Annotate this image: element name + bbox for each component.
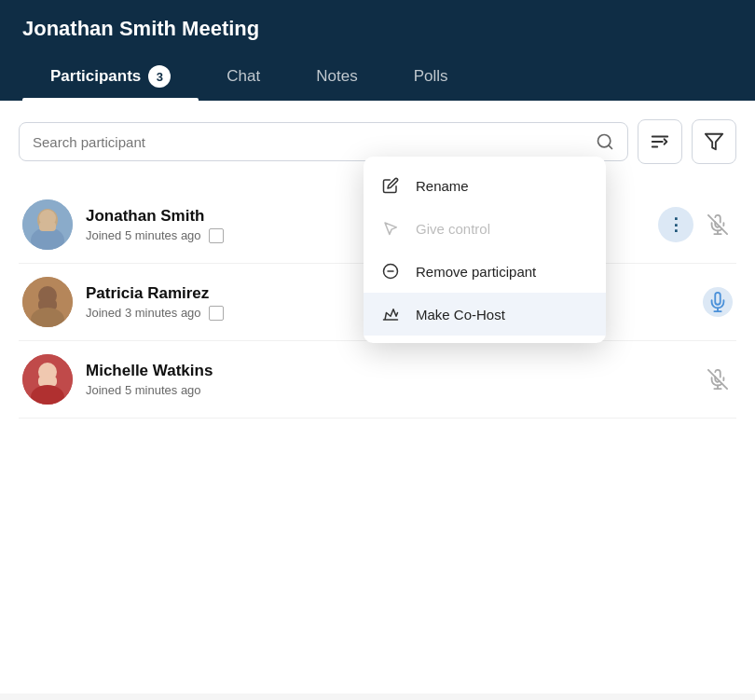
pencil-icon [382, 177, 403, 194]
checkbox-icon [209, 306, 224, 321]
row-actions [703, 364, 733, 394]
tab-badge-participants: 3 [148, 65, 171, 88]
row-actions: ⋮ [658, 207, 733, 242]
menu-item-rename[interactable]: Rename [364, 164, 606, 207]
sort-button[interactable] [638, 119, 682, 164]
participant-status: Joined 5 minutes ago [86, 383, 703, 397]
avatar [22, 354, 73, 405]
svg-line-1 [609, 145, 612, 149]
tab-chat[interactable]: Chat [199, 54, 288, 101]
row-actions [703, 287, 733, 317]
checkbox-icon [209, 228, 224, 243]
search-input[interactable] [33, 134, 596, 150]
meeting-title: Jonathan Smith Meeting [22, 17, 733, 54]
avatar [22, 277, 73, 327]
search-icon [596, 132, 614, 151]
crown-icon [382, 306, 403, 323]
header: Jonathan Smith Meeting Participants3Chat… [0, 0, 755, 101]
filter-button[interactable] [692, 119, 736, 164]
tab-polls[interactable]: Polls [386, 54, 476, 101]
tab-bar: Participants3ChatNotesPolls [22, 54, 733, 101]
context-menu: Rename Give control Remove participan [364, 157, 606, 343]
table-row: Michelle Watkins Joined 5 minutes ago [19, 341, 736, 419]
search-container[interactable] [19, 122, 628, 161]
participant-info: Michelle Watkins Joined 5 minutes ago [86, 362, 703, 397]
svg-rect-10 [39, 222, 56, 231]
participant-name: Michelle Watkins [86, 362, 703, 380]
more-options-button[interactable]: ⋮ [658, 207, 693, 242]
menu-item-remove-participant[interactable]: Remove participant [364, 250, 606, 293]
mute-icon[interactable] [703, 364, 733, 394]
cursor-icon [382, 220, 403, 237]
tab-participants[interactable]: Participants3 [22, 54, 199, 101]
app-container: Jonathan Smith Meeting Participants3Chat… [0, 0, 755, 693]
tab-notes[interactable]: Notes [288, 54, 385, 101]
mute-icon[interactable] [703, 210, 733, 240]
main-content: Jonathan Smith Joined 5 minutes ago ⋮ [0, 101, 755, 693]
menu-item-make-cohost[interactable]: Make Co-Host [364, 293, 606, 336]
minus-circle-icon [382, 263, 403, 280]
svg-marker-5 [706, 134, 722, 150]
menu-item-give-control: Give control [364, 207, 606, 250]
mute-active-icon[interactable] [703, 287, 733, 317]
avatar [22, 199, 73, 250]
